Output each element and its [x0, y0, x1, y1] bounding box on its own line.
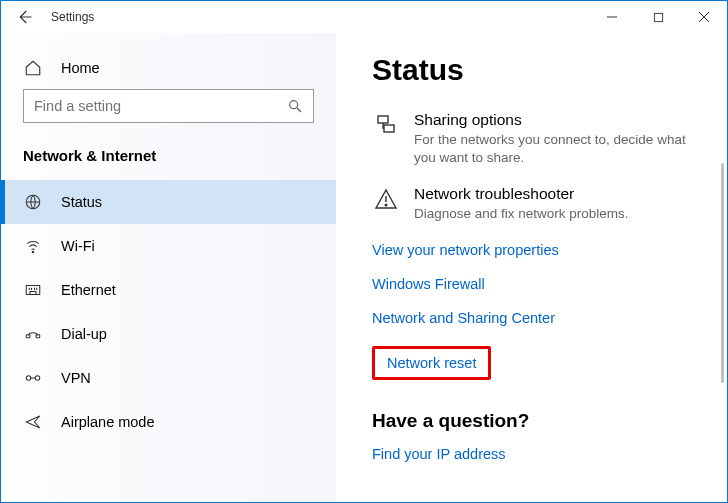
ethernet-icon — [23, 281, 43, 299]
nav-label: Wi-Fi — [61, 238, 95, 254]
scrollbar-thumb[interactable] — [721, 163, 724, 383]
arrow-left-icon — [15, 8, 33, 26]
search-box[interactable] — [23, 89, 314, 123]
nav-item-status[interactable]: Status — [1, 180, 336, 224]
nav-item-wifi[interactable]: Wi-Fi — [1, 224, 336, 268]
sidebar: Home Network & Internet Status — [1, 33, 336, 502]
svg-rect-14 — [26, 335, 30, 338]
search-input[interactable] — [34, 98, 287, 114]
link-find-ip[interactable]: Find your IP address — [372, 446, 506, 462]
settings-window: Settings Home — [0, 0, 728, 503]
category-heading: Network & Internet — [1, 137, 336, 180]
nav-item-vpn[interactable]: VPN — [1, 356, 336, 400]
link-network-reset[interactable]: Network reset — [372, 346, 491, 380]
nav-item-dialup[interactable]: Dial-up — [1, 312, 336, 356]
minimize-icon — [606, 11, 618, 23]
airplane-icon — [23, 413, 43, 431]
svg-rect-1 — [654, 13, 662, 21]
vpn-icon — [23, 369, 43, 387]
nav-label: VPN — [61, 370, 91, 386]
svg-rect-15 — [36, 335, 40, 338]
svg-point-7 — [32, 251, 34, 253]
main-panel: Status Sharing options For the networks … — [336, 33, 727, 502]
back-button[interactable] — [1, 8, 47, 26]
close-button[interactable] — [681, 1, 727, 33]
svg-rect-20 — [384, 125, 394, 132]
warning-icon — [372, 185, 400, 223]
svg-point-17 — [35, 376, 40, 381]
sharing-options-block[interactable]: Sharing options For the networks you con… — [372, 111, 707, 167]
question-heading: Have a question? — [372, 410, 707, 432]
link-sharing-center[interactable]: Network and Sharing Center — [372, 310, 555, 326]
sharing-icon — [372, 111, 400, 167]
nav-item-airplane[interactable]: Airplane mode — [1, 400, 336, 444]
nav-label: Airplane mode — [61, 414, 155, 430]
home-label: Home — [61, 60, 100, 76]
minimize-button[interactable] — [589, 1, 635, 33]
nav-list: Status Wi-Fi Ethernet — [1, 180, 336, 444]
dialup-icon — [23, 325, 43, 343]
troubleshooter-block[interactable]: Network troubleshooter Diagnose and fix … — [372, 185, 707, 223]
search-icon — [287, 98, 303, 114]
globe-icon — [23, 193, 43, 211]
trouble-desc: Diagnose and fix network problems. — [414, 205, 629, 223]
svg-point-16 — [26, 376, 31, 381]
home-button[interactable]: Home — [1, 51, 336, 89]
home-icon — [23, 59, 43, 77]
link-view-properties[interactable]: View your network properties — [372, 242, 559, 258]
svg-rect-19 — [378, 116, 388, 123]
svg-rect-8 — [26, 286, 40, 295]
maximize-icon — [653, 12, 664, 23]
nav-label: Ethernet — [61, 282, 116, 298]
sharing-title: Sharing options — [414, 111, 704, 129]
window-title: Settings — [47, 10, 94, 24]
svg-point-4 — [290, 101, 298, 109]
svg-point-22 — [385, 205, 387, 207]
nav-label: Status — [61, 194, 102, 210]
maximize-button[interactable] — [635, 1, 681, 33]
nav-label: Dial-up — [61, 326, 107, 342]
svg-line-5 — [297, 108, 301, 112]
window-controls — [589, 1, 727, 33]
svg-rect-9 — [30, 292, 36, 295]
wifi-icon — [23, 237, 43, 255]
sharing-desc: For the networks you connect to, decide … — [414, 131, 704, 167]
nav-item-ethernet[interactable]: Ethernet — [1, 268, 336, 312]
close-icon — [698, 11, 710, 23]
link-firewall[interactable]: Windows Firewall — [372, 276, 485, 292]
title-bar: Settings — [1, 1, 727, 33]
page-title: Status — [372, 53, 707, 87]
trouble-title: Network troubleshooter — [414, 185, 629, 203]
